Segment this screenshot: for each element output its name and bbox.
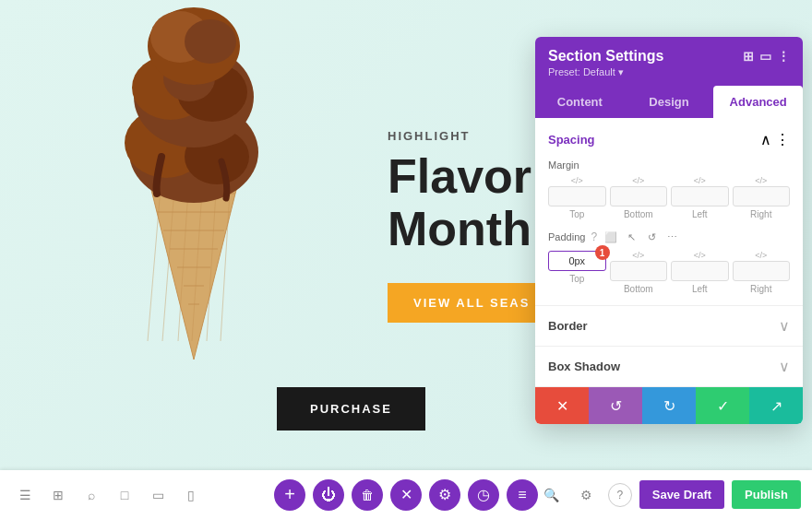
ice-cream-image [74, 0, 314, 372]
panel-preset[interactable]: Preset: Default ▾ [548, 66, 790, 86]
action-extra-button[interactable]: ↗ [749, 387, 803, 424]
padding-top-label: Top [569, 274, 584, 284]
toolbar-left: ☰ ⊞ ⌕ □ ▭ ▯ [11, 481, 205, 509]
margin-top-label: Top [569, 209, 584, 219]
padding-more-icon[interactable]: ⋯ [663, 229, 680, 245]
panel-header: Section Settings ⊞ ▭ ⋮ Preset: Default ▾ [535, 37, 803, 86]
toolbar-center: + ⏻ 🗑 ✕ ⚙ ◷ ≡ [274, 479, 538, 511]
bottom-toolbar: ☰ ⊞ ⌕ □ ▭ ▯ + ⏻ 🗑 ✕ ⚙ ◷ ≡ 🔍 ⚙ ? Save Dra… [0, 470, 812, 519]
save-draft-button[interactable]: Save Draft [639, 480, 724, 509]
panel-body: Spacing ∧ ⋮ Margin </> Top </> Bottom [535, 118, 803, 424]
toolbar-close-button[interactable]: ✕ [390, 479, 422, 511]
purchase-button[interactable]: PURCHASE [277, 387, 425, 431]
publish-button[interactable]: Publish [732, 480, 801, 509]
toolbar-delete-button[interactable]: 🗑 [352, 479, 383, 511]
panel-title-text: Section Settings [548, 48, 663, 65]
padding-right-group: </> Right [733, 251, 791, 294]
svg-point-23 [185, 19, 236, 64]
spacing-collapse-icons: ∧ ⋮ [760, 131, 790, 148]
action-undo-button[interactable]: ↺ [589, 387, 642, 424]
tab-content[interactable]: Content [535, 86, 625, 118]
margin-right-group: </> Right [733, 176, 791, 219]
margin-left-group: </> Left [671, 176, 729, 219]
padding-bottom-input[interactable] [610, 261, 668, 281]
margin-left-label: Left [692, 209, 708, 219]
margin-right-input[interactable] [733, 186, 791, 206]
toolbar-help-icon[interactable]: ? [608, 483, 632, 507]
toolbar-gear-icon[interactable]: ⚙ [573, 481, 601, 509]
margin-bottom-group: </> Bottom [610, 176, 668, 219]
margin-right-label: Right [750, 209, 771, 219]
panel-title-icons: ⊞ ▭ ⋮ [743, 49, 790, 64]
toolbar-desktop-icon[interactable]: □ [111, 481, 138, 509]
padding-left-input[interactable] [671, 261, 729, 281]
action-confirm-button[interactable]: ✓ [696, 387, 749, 424]
spacing-collapse-up[interactable]: ∧ [760, 131, 771, 148]
highlight-label: HIGHLIGHT [388, 129, 555, 143]
padding-right-label: Right [750, 284, 771, 294]
toolbar-power-button[interactable]: ⏻ [313, 479, 344, 511]
toolbar-mobile-icon[interactable]: ▯ [177, 481, 205, 509]
spacing-more-options[interactable]: ⋮ [775, 131, 790, 148]
panel-icon-layout[interactable]: ▭ [759, 49, 771, 64]
margin-top-group: </> Top [548, 176, 606, 219]
action-close-button[interactable]: ✕ [535, 387, 589, 424]
margin-label: Margin [548, 159, 790, 171]
panel-tabs: Content Design Advanced [535, 86, 803, 118]
margin-top-input[interactable] [548, 186, 606, 206]
action-redo-button[interactable]: ↻ [642, 387, 696, 424]
flavor-title: Flavor Month [388, 150, 555, 255]
border-section[interactable]: Border ∨ [535, 306, 803, 347]
spacing-section: Spacing ∧ ⋮ Margin </> Top </> Bottom [535, 118, 803, 306]
padding-inputs: 1 Top </> Bottom </> Left </> Right [548, 251, 790, 294]
padding-top-group: 1 Top [548, 251, 606, 294]
margin-left-input[interactable] [671, 186, 729, 206]
padding-header-row: Padding ? ⬜ ↖ ↺ ⋯ [548, 229, 790, 245]
toolbar-add-button[interactable]: + [274, 479, 305, 511]
box-shadow-chevron-icon[interactable]: ∨ [779, 358, 790, 375]
toolbar-search-icon[interactable]: ⌕ [78, 481, 105, 509]
box-shadow-title: Box Shadow [548, 360, 620, 373]
settings-panel: Section Settings ⊞ ▭ ⋮ Preset: Default ▾… [535, 37, 803, 424]
tab-advanced[interactable]: Advanced [713, 86, 803, 118]
view-all-button[interactable]: VIEW ALL SEAS [388, 283, 555, 323]
border-title: Border [548, 319, 588, 333]
toolbar-grid-icon[interactable]: ⊞ [44, 481, 72, 509]
toolbar-menu-icon[interactable]: ☰ [11, 481, 39, 509]
toolbar-zoom-icon[interactable]: 🔍 [538, 481, 566, 509]
margin-inputs: </> Top </> Bottom </> Left </> [548, 176, 790, 219]
padding-help-icon[interactable]: ? [591, 230, 597, 243]
tab-design[interactable]: Design [625, 86, 714, 118]
toolbar-settings-button[interactable]: ⚙ [429, 479, 460, 511]
padding-reset-icon[interactable]: ↺ [643, 229, 660, 245]
border-chevron-icon[interactable]: ∨ [779, 317, 790, 335]
spacing-header: Spacing ∧ ⋮ [548, 131, 790, 148]
panel-icon-grid[interactable]: ⊞ [743, 49, 754, 64]
panel-title-row: Section Settings ⊞ ▭ ⋮ [548, 48, 790, 65]
margin-bottom-input[interactable] [610, 186, 668, 206]
canvas-content: HIGHLIGHT Flavor Month VIEW ALL SEAS [388, 129, 555, 323]
padding-cursor-icon[interactable]: ↖ [623, 229, 639, 245]
panel-actions: ✕ ↺ ↻ ✓ ↗ [535, 387, 803, 424]
padding-badge: 1 [595, 245, 610, 260]
box-shadow-section[interactable]: Box Shadow ∨ [535, 347, 803, 387]
toolbar-tablet-icon[interactable]: ▭ [144, 481, 172, 509]
padding-right-input[interactable] [733, 261, 791, 281]
padding-bottom-label: Bottom [624, 284, 653, 294]
padding-left-group: </> Left [671, 251, 729, 294]
padding-bottom-group: </> Bottom [610, 251, 668, 294]
toolbar-right: 🔍 ⚙ ? Save Draft Publish [538, 480, 801, 509]
panel-icon-more[interactable]: ⋮ [777, 49, 790, 64]
toolbar-layers-button[interactable]: ≡ [507, 479, 538, 511]
padding-icon-row: ⬜ ↖ ↺ ⋯ [603, 229, 680, 245]
padding-left-label: Left [692, 284, 708, 294]
padding-label: Padding [548, 231, 585, 242]
toolbar-timer-button[interactable]: ◷ [468, 479, 499, 511]
margin-bottom-label: Bottom [624, 209, 653, 219]
spacing-title: Spacing [548, 133, 595, 147]
padding-link-icon[interactable]: ⬜ [603, 229, 619, 245]
